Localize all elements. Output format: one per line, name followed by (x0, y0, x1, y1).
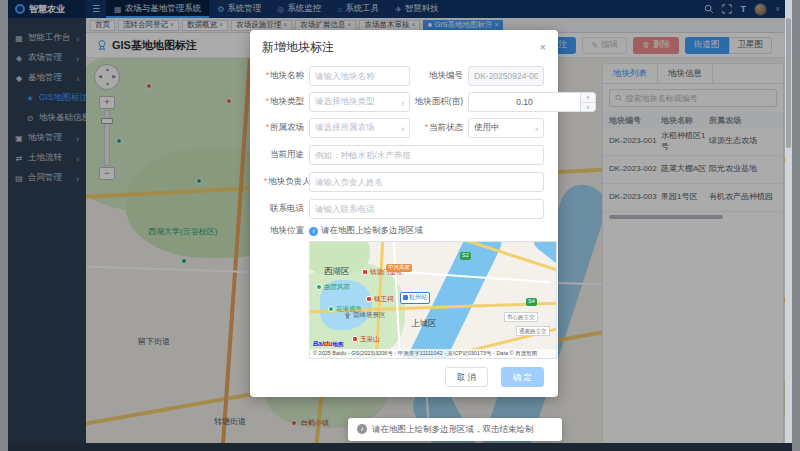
farm-select[interactable]: 请选择所属农场∨ (309, 118, 410, 138)
phone-input[interactable] (309, 199, 544, 219)
usage-input[interactable] (309, 145, 544, 165)
field-label: 地块面积(亩) (410, 96, 468, 108)
dialog-title: 新增地块标注 (262, 39, 334, 56)
road-badge: S4 (526, 298, 537, 306)
field-label: *所属农场 (264, 122, 309, 134)
road-badge: 中河高架 (386, 264, 412, 272)
train-station-label: 杭州站 (400, 292, 430, 304)
poi-marker (352, 336, 358, 342)
plot-name-input[interactable] (309, 66, 410, 86)
confirm-button[interactable]: 确 定 (501, 367, 544, 387)
chevron-down-icon: ∨ (535, 125, 539, 132)
field-label: *地块负责人 (264, 176, 309, 188)
dialog-header: 新增地块标注 × (250, 30, 558, 61)
poi-marker (362, 269, 368, 275)
draw-hint: i请在地图上绘制多边形区域 (309, 225, 423, 237)
road-callout: 市心路立交 (504, 312, 538, 322)
info-icon: i (309, 227, 318, 236)
poi-marker (328, 306, 334, 312)
info-icon: i (357, 424, 367, 434)
field-label: 联系电话 (264, 203, 309, 215)
field-label: *地块名称 (264, 70, 309, 82)
scrollbar-thumb[interactable] (786, 18, 791, 148)
baidu-logo: Baidu地图 (313, 340, 343, 348)
road-callout: 通惠路立交 (516, 326, 550, 336)
close-icon[interactable]: × (540, 42, 546, 53)
poi-marker (366, 296, 372, 302)
rail-icon (403, 295, 408, 300)
plot-area-input[interactable] (469, 93, 580, 111)
plot-type-select[interactable]: 请选择地块类型∨ (309, 92, 410, 112)
cancel-button[interactable]: 取 消 (445, 367, 488, 387)
poi-label: 曲院风荷 (316, 284, 350, 291)
plot-area-stepper: ∧∨ (468, 92, 596, 112)
district-label: 上城区 (411, 318, 437, 330)
poi-label: 玉皇山 (352, 336, 380, 343)
dialog-footer: 取 消 确 定 (250, 359, 558, 397)
field-label: *当前状态 (410, 122, 468, 134)
add-plot-dialog: 新增地块标注 × *地块名称 地块编号 *地块类型 请选择地块类型∨ 地块面积(… (250, 30, 558, 397)
pagoda-icon (344, 312, 351, 319)
scrollbar[interactable] (785, 0, 792, 443)
plot-code-input (468, 66, 544, 86)
owner-input[interactable] (309, 172, 544, 192)
field-label: 地块编号 (410, 70, 468, 82)
field-label: *地块类型 (264, 96, 309, 108)
chevron-down-icon: ∨ (401, 99, 405, 106)
map-copyright: © 2025 Baidu - GS(2023)3206号 - 甲测资字11111… (310, 349, 556, 358)
poi-label: 雷峰塔景区 (344, 312, 386, 319)
chevron-down-icon: ∨ (401, 125, 405, 132)
step-up-icon[interactable]: ∧ (581, 93, 595, 103)
poi-label: 花港观鱼 (328, 306, 362, 313)
poi-label: 钱王祠 (366, 296, 394, 303)
road-badge: S2 (460, 252, 471, 260)
app-window: 智慧农业 ☰ ▦ 农场与基地管理系统 ⚙ 系统管理 ◎ 系统监控 ⌂ 系统工具 … (8, 0, 792, 443)
dialog-body: *地块名称 地块编号 *地块类型 请选择地块类型∨ 地块面积(亩) ∧∨ *所属… (250, 61, 558, 359)
window-bottom-edge (8, 443, 792, 451)
status-select[interactable]: 使用中∨ (468, 118, 544, 138)
draw-hint-toast: i 请在地图上绘制多边形区域，双击结束绘制 (348, 418, 562, 441)
field-label: 地块位置 (264, 225, 309, 237)
district-label: 西湖区 (324, 266, 350, 278)
step-down-icon[interactable]: ∨ (581, 103, 595, 112)
field-label: 当前用途 (264, 149, 309, 161)
poi-marker (316, 284, 322, 290)
dialog-minimap[interactable]: 西湖区 上城区 杭州站 雷峰塔景区 钱塘门遗址 钱王祠 玉皇山 曲院风荷 花港观… (309, 241, 557, 359)
